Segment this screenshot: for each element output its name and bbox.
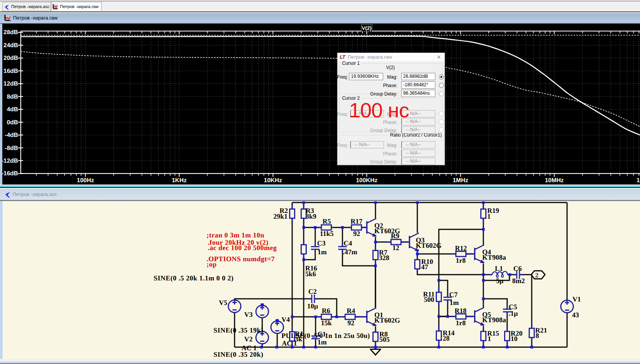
svg-text:C3: C3: [317, 239, 326, 247]
svg-text:28dB: 28dB: [3, 29, 18, 36]
svg-text:C2: C2: [308, 288, 317, 295]
svg-text:V5: V5: [219, 299, 227, 306]
svg-text:V1: V1: [572, 295, 581, 303]
svg-text:-12dB: -12dB: [2, 158, 18, 164]
svg-text:10: 10: [511, 335, 518, 343]
svg-text:8: 8: [536, 332, 539, 339]
svg-text:R12: R12: [455, 244, 467, 252]
svg-text:5k6: 5k6: [305, 270, 316, 277]
svg-text:R18: R18: [455, 306, 466, 314]
svg-text:1m: 1m: [318, 338, 327, 346]
svg-text:5µ: 5µ: [496, 277, 504, 284]
svg-text:PULSE(0 .5 0 1n 1n 25u 50u): PULSE(0 .5 0 1n 1n 25u 50u): [281, 331, 370, 339]
svg-text:1r8: 1r8: [456, 319, 466, 326]
svg-text:8m2: 8m2: [512, 277, 525, 284]
svg-text:8dB: 8dB: [7, 94, 18, 100]
svg-text:.ac dec 100 20 500meg: .ac dec 100 20 500meg: [208, 244, 277, 251]
svg-text:C4: C4: [344, 239, 352, 247]
svg-text:.47m: .47m: [343, 248, 357, 255]
svg-text:R17: R17: [351, 217, 362, 225]
svg-text:KT602G: KT602G: [416, 242, 442, 249]
svg-text:1: 1: [488, 335, 491, 343]
svg-text:V3: V3: [244, 311, 253, 318]
svg-text:24dB: 24dB: [3, 42, 18, 49]
svg-text:AC 1: AC 1: [282, 339, 297, 347]
svg-text:1MHz: 1MHz: [453, 177, 468, 183]
svg-text:;op: ;op: [207, 260, 217, 268]
svg-text:29k1: 29k1: [273, 212, 288, 220]
svg-text:V(2): V(2): [362, 25, 372, 31]
svg-text:.OPTIONS numdgt=7: .OPTIONS numdgt=7: [207, 255, 275, 263]
svg-text:92: 92: [347, 319, 354, 326]
svg-text:0dB: 0dB: [7, 119, 18, 126]
svg-text:V4: V4: [281, 316, 290, 323]
svg-text:1KHz: 1KHz: [172, 177, 187, 183]
svg-text:11k5: 11k5: [320, 229, 334, 237]
svg-text:V2: V2: [244, 335, 253, 343]
svg-text:1: 1: [637, 177, 640, 183]
svg-text:.1µ: .1µ: [509, 310, 518, 317]
svg-text:R4: R4: [347, 306, 355, 314]
svg-text:100Hz: 100Hz: [77, 177, 94, 183]
svg-text:1: 1: [487, 212, 491, 220]
svg-text:-8dB: -8dB: [5, 145, 18, 151]
svg-text:20dB: 20dB: [3, 55, 18, 61]
svg-text:28: 28: [443, 334, 450, 342]
svg-text:C6: C6: [513, 265, 522, 272]
svg-text:;tran 0 3m 1m 10n: ;tran 0 3m 1m 10n: [207, 231, 265, 239]
svg-text:2: 2: [535, 271, 539, 278]
svg-text:15k: 15k: [321, 319, 332, 326]
svg-text:3k9: 3k9: [306, 212, 316, 220]
svg-text:43: 43: [572, 311, 579, 318]
svg-text:KT602G: KT602G: [374, 316, 400, 324]
svg-text:10µ: 10µ: [307, 302, 318, 310]
svg-text:16dB: 16dB: [3, 68, 18, 74]
svg-text:KT908a: KT908a: [482, 316, 506, 324]
svg-text:C7: C7: [449, 291, 458, 298]
svg-text:47: 47: [421, 263, 428, 271]
svg-text:1m: 1m: [450, 299, 459, 306]
svg-text:SINE(0 .35 20k): SINE(0 .35 20k): [213, 351, 263, 358]
svg-text:KT908a: KT908a: [482, 254, 506, 261]
svg-text:12: 12: [392, 244, 399, 252]
svg-text:R5: R5: [322, 217, 331, 225]
svg-text:10MHz: 10MHz: [545, 177, 564, 183]
svg-text:10KHz: 10KHz: [264, 177, 282, 183]
svg-text:-16dB: -16dB: [2, 170, 18, 177]
svg-text:4dB: 4dB: [7, 106, 18, 113]
svg-text:1r8: 1r8: [456, 256, 466, 264]
svg-text:12dB: 12dB: [3, 81, 18, 87]
svg-text:500: 500: [424, 296, 434, 303]
svg-text:SINE(0 .5 20k 1.1m 0 0 2): SINE(0 .5 20k 1.1m 0 0 2): [154, 274, 234, 282]
svg-text:-4dB: -4dB: [5, 132, 18, 138]
svg-text:92: 92: [353, 229, 360, 237]
svg-text:1m: 1m: [318, 248, 327, 255]
svg-text:R9: R9: [391, 232, 399, 240]
svg-text:L1: L1: [495, 265, 503, 272]
svg-text:328: 328: [379, 254, 389, 262]
svg-text:505: 505: [379, 336, 390, 343]
svg-text:100KHz: 100KHz: [356, 177, 377, 183]
svg-text:SINE(0 .35 19k): SINE(0 .35 19k): [213, 326, 263, 334]
svg-text:R6: R6: [322, 306, 330, 314]
